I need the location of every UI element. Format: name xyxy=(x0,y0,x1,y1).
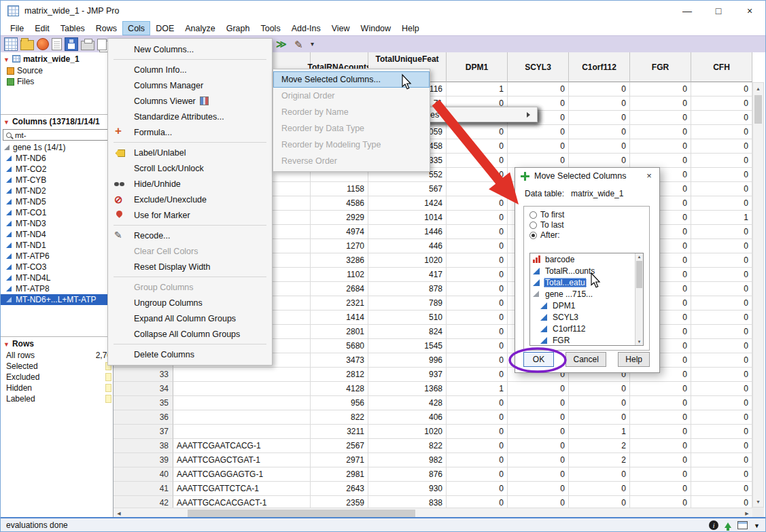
c1orf112-cell[interactable]: 0 xyxy=(569,96,630,111)
total-unique-feat-cell[interactable]: 930 xyxy=(368,482,447,496)
dpm1-cell[interactable]: 0 xyxy=(447,482,508,496)
submenu-item[interactable]: Move Selected Columns... xyxy=(273,71,430,88)
barcode-cell[interactable] xyxy=(173,410,311,425)
scyl3-cell[interactable]: 0 xyxy=(508,82,569,96)
cfh-cell[interactable]: 0 xyxy=(691,253,752,268)
dpm1-cell[interactable]: 0 xyxy=(447,211,508,225)
cols-menu-item[interactable]: Expand All Column Groups xyxy=(108,311,272,326)
dialog-close-icon[interactable]: × xyxy=(643,171,655,181)
column-list-item[interactable]: MT-ATP6 xyxy=(1,251,113,262)
c1orf112-cell[interactable]: 0 xyxy=(569,154,630,168)
statusbar-dropdown-icon[interactable] xyxy=(754,520,760,530)
menubar-item[interactable]: Rows xyxy=(90,21,122,35)
cfh-cell[interactable]: 0 xyxy=(691,296,752,311)
total-unique-feat-cell[interactable]: 446 xyxy=(368,239,447,253)
scyl3-cell[interactable]: 0 xyxy=(508,467,569,482)
c1orf112-cell[interactable]: 2 xyxy=(569,453,630,467)
cfh-cell[interactable]: 0 xyxy=(691,311,752,325)
submenu-item[interactable]: Reorder by Data Type xyxy=(273,120,430,137)
menubar-item[interactable]: Graph xyxy=(221,21,256,35)
scyl3-cell[interactable]: 0 xyxy=(508,439,569,453)
total-unique-feat-cell[interactable]: 1014 xyxy=(368,211,447,225)
save-icon[interactable] xyxy=(65,37,78,51)
barcode-cell[interactable] xyxy=(173,396,311,410)
cfh-cell[interactable]: 0 xyxy=(691,410,752,425)
scyl3-cell[interactable]: 0 xyxy=(508,139,569,154)
scyl3-cell[interactable]: 0 xyxy=(508,382,569,396)
cfh-cell[interactable]: 0 xyxy=(691,482,752,496)
cols-menu-item[interactable]: Scroll Lock/Unlock xyxy=(108,160,272,176)
row-number-cell[interactable]: 39 xyxy=(114,453,173,467)
c1orf112-cell[interactable]: 1 xyxy=(569,425,630,439)
column-list-item[interactable]: SCYL3 xyxy=(530,311,643,323)
row-number-cell[interactable]: 36 xyxy=(114,410,173,425)
scyl3-header[interactable]: SCYL3 xyxy=(508,52,569,82)
cfh-cell[interactable]: 0 xyxy=(691,325,752,339)
menubar-item[interactable]: Analyze xyxy=(179,21,220,35)
vertical-scroll-thumb[interactable] xyxy=(754,95,762,124)
c1orf112-cell[interactable]: 0 xyxy=(569,396,630,410)
scyl3-cell[interactable]: 0 xyxy=(508,453,569,467)
c1orf112-cell[interactable]: 0 xyxy=(569,496,630,508)
total-unique-feat-cell[interactable]: 1020 xyxy=(368,425,447,439)
c1orf112-cell[interactable]: 0 xyxy=(569,410,630,425)
fgr-cell[interactable]: 0 xyxy=(630,125,691,139)
total-rna-counts-cell[interactable]: 4974 xyxy=(311,225,368,239)
c1orf112-cell[interactable]: 0 xyxy=(569,382,630,396)
cfh-cell[interactable]: 0 xyxy=(691,439,752,453)
cols-menu-item[interactable]: Label/Unlabel xyxy=(108,145,272,160)
total-rna-counts-cell[interactable]: 2643 xyxy=(311,482,368,496)
cfh-cell[interactable]: 0 xyxy=(691,268,752,282)
total-unique-feat-cell[interactable]: 406 xyxy=(368,410,447,425)
cfh-cell[interactable]: 0 xyxy=(691,96,752,111)
cancel-button[interactable]: Cancel xyxy=(565,352,606,367)
column-list-item[interactable]: MT-ATP8 xyxy=(1,283,113,294)
total-unique-feat-cell[interactable]: 417 xyxy=(368,268,447,282)
listbox-scroll-up[interactable]: ▲ xyxy=(636,253,643,260)
menubar-item[interactable]: Help xyxy=(396,21,425,35)
red-triangle-icon[interactable] xyxy=(3,117,10,126)
total-rna-counts-cell[interactable]: 3286 xyxy=(311,253,368,268)
c1orf112-cell[interactable]: 0 xyxy=(569,482,630,496)
barcode-cell[interactable] xyxy=(173,425,311,439)
dpm1-cell[interactable]: 0 xyxy=(447,353,508,368)
window-list-icon[interactable] xyxy=(737,521,748,529)
submenu-item[interactable]: Reverse Order xyxy=(273,153,430,169)
barcode-cell[interactable]: AAATTCGAGGAGTG-1 xyxy=(173,467,311,482)
total-rna-counts-cell[interactable]: 956 xyxy=(311,396,368,410)
column-list-item[interactable]: MT-ND6 xyxy=(1,153,113,164)
menubar-item[interactable]: Tables xyxy=(55,21,90,35)
total-unique-feat-cell[interactable]: 937 xyxy=(368,368,447,382)
c1orf112-header[interactable]: C1orf112 xyxy=(569,52,630,82)
red-triangle-icon[interactable] xyxy=(3,54,10,64)
total-unique-feat-cell[interactable]: 838 xyxy=(368,496,447,508)
listbox-scroll-thumb[interactable] xyxy=(636,261,642,288)
c1orf112-cell[interactable]: 0 xyxy=(569,467,630,482)
help-button[interactable]: Help xyxy=(618,352,650,367)
fgr-cell[interactable]: 0 xyxy=(630,154,691,168)
dpm1-cell[interactable]: 0 xyxy=(447,182,508,196)
cfh-cell[interactable]: 0 xyxy=(691,82,752,96)
fgr-cell[interactable]: 0 xyxy=(630,139,691,154)
cols-menu-item[interactable]: Delete Columns xyxy=(108,347,272,362)
run-script-icon[interactable] xyxy=(275,38,289,52)
radio-option[interactable]: To last xyxy=(529,220,644,230)
radio-option[interactable]: After: xyxy=(529,230,644,240)
format-icon[interactable] xyxy=(293,38,307,52)
dpm1-cell[interactable]: 0 xyxy=(447,325,508,339)
journal-icon[interactable] xyxy=(97,39,107,50)
new-table-icon[interactable] xyxy=(4,37,18,51)
cols-menu-item[interactable]: Group Columns xyxy=(108,279,272,295)
submenu-item[interactable]: Reorder by Name xyxy=(273,104,430,120)
total-rna-counts-cell[interactable]: 2801 xyxy=(311,325,368,339)
column-list-item[interactable]: MT-ND6+...L+MT-ATP xyxy=(1,294,113,305)
cols-menu-item[interactable]: New Columns... xyxy=(108,41,272,57)
row-number-cell[interactable]: 40 xyxy=(114,467,173,482)
cols-menu-item[interactable]: Use for Marker xyxy=(108,207,272,223)
cfh-cell[interactable]: 0 xyxy=(691,396,752,410)
c1orf112-cell[interactable]: 0 xyxy=(569,111,630,125)
listbox-scroll-down[interactable]: ▼ xyxy=(636,338,643,345)
total-unique-feat-cell[interactable]: 1368 xyxy=(368,382,447,396)
column-list-item[interactable]: MT-CO3 xyxy=(1,262,113,272)
dpm1-cell[interactable]: 0 xyxy=(447,139,508,154)
